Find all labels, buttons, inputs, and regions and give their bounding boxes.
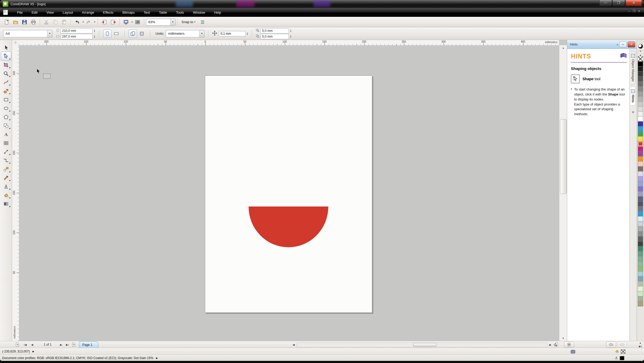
color-swatch[interactable] [638, 146, 643, 152]
color-proof-indicator[interactable] [570, 349, 576, 354]
color-swatch[interactable] [638, 96, 643, 102]
options-button[interactable] [198, 18, 207, 26]
color-swatch[interactable] [638, 81, 643, 87]
doc-restore-button[interactable]: ❐ [633, 9, 635, 13]
ruler-origin-button[interactable] [12, 40, 19, 46]
color-swatch[interactable] [638, 291, 643, 296]
paper-height-spinner[interactable]: ▲▼ [94, 35, 95, 38]
polygon-tool[interactable] [1, 113, 11, 121]
drawing-canvas[interactable] [19, 45, 559, 341]
blend-tool[interactable] [1, 165, 11, 173]
print-button[interactable] [29, 18, 38, 26]
add-page-start-button[interactable] [15, 341, 19, 348]
duplicate-x-spinner[interactable]: ▲▼ [290, 29, 291, 32]
menu-help[interactable]: Help [210, 8, 226, 17]
window-close-button[interactable]: ✕ [626, 0, 642, 6]
color-swatch[interactable] [638, 131, 643, 137]
nudge-spinner[interactable]: ▲▼ [246, 32, 248, 35]
docker-tab-hints[interactable]: Hints [631, 87, 636, 105]
color-swatch[interactable] [638, 191, 643, 196]
vertical-ruler[interactable]: millimeters 30025020015010050 [12, 45, 19, 341]
color-swatch[interactable] [638, 276, 643, 281]
color-swatch[interactable] [638, 181, 643, 186]
smart-fill-tool[interactable] [1, 87, 11, 95]
color-swatch[interactable] [638, 221, 643, 226]
landscape-orientation-button[interactable] [112, 30, 120, 38]
color-swatch[interactable] [638, 251, 643, 256]
outline-indicator[interactable] [615, 356, 624, 361]
launcher-dropdown-arrow[interactable]: ▼ [131, 21, 133, 23]
menu-effects[interactable]: Effects [99, 8, 118, 17]
zoom-combo-arrow[interactable]: ▼ [170, 19, 175, 25]
interactive-fill-tool[interactable] [1, 199, 11, 208]
color-swatch[interactable] [638, 76, 643, 82]
page-size-preset-combo[interactable]: A4 ▼ [3, 30, 52, 37]
zoom-page-button[interactable] [554, 341, 558, 348]
color-swatch[interactable] [638, 136, 643, 142]
cut-button[interactable] [42, 18, 51, 26]
color-swatch[interactable] [638, 156, 643, 162]
color-swatch[interactable] [638, 256, 643, 261]
units-combo[interactable]: millimeters ▼ [166, 30, 204, 37]
palette-scroll-up-button[interactable]: ▲ [639, 54, 642, 56]
dimension-tool[interactable] [1, 147, 11, 156]
color-swatch[interactable] [638, 106, 643, 112]
palette-expand-button[interactable]: ▶| [639, 345, 642, 348]
window-minimize-button[interactable]: — [599, 0, 612, 6]
color-swatch[interactable] [638, 141, 643, 147]
color-swatch[interactable] [638, 176, 643, 182]
horizontal-ruler[interactable]: 20015010050050100150200250300350400milli… [19, 40, 559, 46]
rectangle-tool[interactable] [1, 95, 11, 104]
back-button[interactable] [606, 341, 616, 348]
color-swatch[interactable] [638, 231, 643, 236]
color-swatch[interactable] [638, 151, 643, 157]
paper-width-field[interactable]: 210,0 mm [61, 28, 93, 33]
color-swatch[interactable] [638, 286, 643, 291]
color-swatch[interactable] [638, 161, 643, 167]
undo-dropdown-arrow[interactable]: ▼ [82, 21, 84, 23]
current-page-button[interactable] [138, 30, 146, 38]
color-swatch[interactable] [638, 216, 643, 221]
docker-tabs-close-button[interactable]: ✕ [632, 110, 635, 114]
hscroll-left-button[interactable]: ◀ [291, 341, 296, 348]
all-pages-button[interactable] [129, 30, 137, 38]
docker-tab-object-manager[interactable]: Object Manager [631, 51, 636, 84]
menu-file[interactable]: File [13, 8, 27, 17]
redo-button[interactable] [84, 18, 93, 26]
page-size-combo-arrow[interactable]: ▼ [47, 30, 52, 37]
color-swatch[interactable] [638, 101, 643, 107]
next-page-button[interactable]: ▶ [58, 341, 64, 348]
scroll-down-button[interactable]: ▼ [559, 336, 567, 341]
pick-tool[interactable] [1, 43, 11, 52]
menu-bitmaps[interactable]: Bitmaps [118, 8, 139, 17]
color-swatch[interactable] [638, 66, 643, 72]
paper-height-field[interactable]: 297,0 mm [61, 34, 93, 39]
menu-text[interactable]: Text [139, 8, 154, 17]
first-page-button[interactable]: |◀ [23, 341, 28, 348]
profiles-expand-arrow[interactable]: ▶ [156, 357, 158, 359]
last-page-button[interactable]: ▶| [65, 341, 70, 348]
menu-window[interactable]: Window [188, 8, 209, 17]
freehand-tool[interactable] [1, 78, 11, 87]
color-swatch[interactable] [638, 186, 643, 191]
color-swatch[interactable] [638, 201, 643, 206]
doc-close-button[interactable]: ✕ [638, 9, 640, 13]
units-combo-arrow[interactable]: ▼ [199, 30, 204, 37]
portrait-orientation-button[interactable] [103, 30, 111, 38]
color-swatch[interactable] [638, 71, 643, 77]
new-document-button[interactable] [2, 18, 11, 26]
color-swatch[interactable] [638, 211, 643, 216]
navigator-button[interactable] [564, 341, 574, 348]
text-tool[interactable]: A [1, 130, 11, 139]
docker-expand-icon[interactable]: » [617, 43, 618, 46]
previous-page-button[interactable]: ◀ [29, 341, 35, 348]
fill-indicator[interactable] [615, 349, 625, 354]
vertical-scrollbar[interactable]: ▲ ▼ [559, 45, 567, 341]
color-swatch[interactable] [638, 111, 643, 117]
menu-tools[interactable]: Tools [172, 8, 188, 17]
menu-arrange[interactable]: Arrange [77, 8, 98, 17]
color-swatch[interactable] [638, 196, 643, 201]
shape-tool[interactable] [1, 52, 11, 60]
eyedropper-tool[interactable] [1, 173, 11, 182]
horizontal-scrollbar[interactable] [297, 342, 547, 347]
